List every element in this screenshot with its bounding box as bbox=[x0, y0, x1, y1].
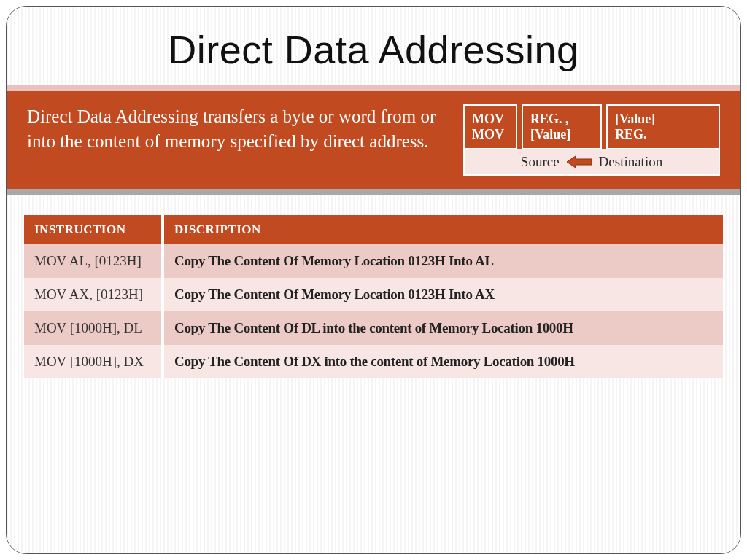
description-cell: Copy The Content Of Memory Location 0123… bbox=[163, 278, 723, 311]
instruction-table: INSTRUCTION DISCRIPTION MOV AL, [0123H] … bbox=[24, 215, 723, 378]
source-dest-row: Source Destination bbox=[463, 149, 720, 176]
syntax-mov-2: MOV bbox=[472, 127, 508, 142]
table-row: MOV AX, [0123H] Copy The Content Of Memo… bbox=[24, 278, 723, 311]
syntax-mov-1: MOV bbox=[472, 112, 508, 127]
description-cell: Copy The Content Of DL into the content … bbox=[163, 311, 723, 345]
description-cell: Copy The Content Of Memory Location 0123… bbox=[163, 244, 723, 278]
syntax-reg-1: REG. , bbox=[530, 112, 593, 127]
instruction-cell: MOV [1000H], DL bbox=[24, 311, 163, 345]
syntax-box: MOV MOV REG. , [Value] [Value] REG. Sour… bbox=[463, 104, 720, 176]
accent-bar-bottom bbox=[7, 189, 740, 195]
description-cell: Copy The Content Of DX into the content … bbox=[163, 345, 723, 378]
instruction-cell: MOV [1000H], DX bbox=[24, 345, 163, 378]
arrow-left-icon bbox=[567, 155, 592, 168]
svg-marker-0 bbox=[567, 156, 592, 168]
syntax-col-value: [Value] REG. bbox=[606, 104, 720, 149]
syntax-val-1: [Value] bbox=[615, 112, 711, 127]
page-title: Direct Data Addressing bbox=[7, 7, 740, 85]
syntax-col-reg: REG. , [Value] bbox=[522, 104, 602, 149]
description-text: Direct Data Addressing transfers a byte … bbox=[27, 104, 446, 176]
source-label: Source bbox=[521, 154, 560, 170]
instruction-cell: MOV AL, [0123H] bbox=[24, 244, 163, 278]
accent-bar-top bbox=[7, 85, 740, 91]
table-header-instruction: INSTRUCTION bbox=[24, 215, 163, 244]
table-row: MOV AL, [0123H] Copy The Content Of Memo… bbox=[24, 244, 723, 278]
destination-label: Destination bbox=[599, 154, 663, 170]
table-row: MOV [1000H], DL Copy The Content Of DL i… bbox=[24, 311, 723, 345]
table-header-description: DISCRIPTION bbox=[163, 215, 723, 244]
table-row: MOV [1000H], DX Copy The Content Of DX i… bbox=[24, 345, 723, 378]
syntax-col-mov: MOV MOV bbox=[463, 104, 517, 149]
description-band: Direct Data Addressing transfers a byte … bbox=[7, 91, 740, 189]
syntax-reg-2: [Value] bbox=[530, 127, 593, 142]
syntax-val-2: REG. bbox=[615, 127, 711, 142]
instruction-cell: MOV AX, [0123H] bbox=[24, 278, 163, 311]
